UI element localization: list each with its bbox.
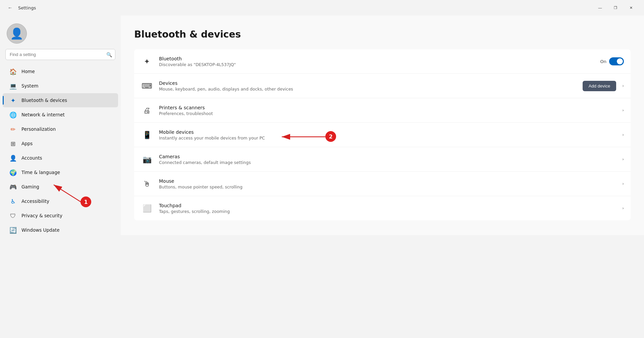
annotation-2: 2 [325, 131, 336, 142]
nav-icon-network: 🌐 [9, 111, 17, 118]
sidebar-nav: 🏠 Home 💻 System ✦ Bluetooth & devices 🌐 … [0, 64, 121, 237]
nav-label-accessibility: Accessibility [21, 199, 49, 204]
sidebar-item-apps[interactable]: ⊞ Apps [3, 136, 118, 151]
chevron-icon-touchpad: › [622, 206, 624, 211]
card-icon-devices: ⌨ [141, 80, 153, 92]
sidebar-item-system[interactable]: 💻 System [3, 79, 118, 93]
close-button[interactable]: ✕ [623, 2, 639, 13]
sidebar-item-bluetooth[interactable]: ✦ Bluetooth & devices [3, 93, 118, 107]
search-input[interactable] [5, 49, 115, 60]
card-title-mouse: Mouse [159, 178, 616, 184]
sidebar-item-time[interactable]: 🌍 Time & language [3, 165, 118, 179]
nav-label-time: Time & language [21, 170, 60, 175]
profile-section: 👤 [0, 15, 121, 49]
card-subtitle-devices: Mouse, keyboard, pen, audio, displays an… [159, 87, 577, 92]
card-subtitle-mobile: Instantly access your mobile devices fro… [159, 135, 616, 140]
nav-label-system: System [21, 83, 38, 89]
sidebar-item-accessibility[interactable]: ♿ Accessibility [3, 194, 118, 208]
search-box: 🔍 [5, 49, 115, 60]
nav-label-bluetooth: Bluetooth & devices [21, 98, 67, 103]
nav-label-update: Windows Update [21, 227, 59, 233]
nav-label-network: Network & internet [21, 112, 65, 117]
chevron-icon-mobile: › [622, 132, 624, 137]
annotation-1: 1 [80, 196, 91, 207]
nav-icon-personalization: ✏️ [9, 125, 17, 133]
nav-icon-privacy: 🛡 [9, 212, 17, 219]
card-icon-touchpad: ⬜ [141, 202, 153, 214]
main-container: 👤 🔍 🏠 Home 💻 System ✦ Bluetooth & device… [0, 15, 644, 338]
maximize-button[interactable]: ❐ [608, 2, 623, 13]
back-button[interactable]: ← [5, 3, 15, 12]
nav-icon-gaming: 🎮 [9, 183, 17, 190]
card-text-mobile: Mobile devices Instantly access your mob… [159, 129, 616, 140]
card-icon-mobile: 📱 [141, 129, 153, 141]
nav-icon-update: 🔄 [9, 226, 17, 234]
chevron-icon-mouse: › [622, 181, 624, 186]
page-title: Bluetooth & devices [134, 29, 631, 40]
sidebar-item-network[interactable]: 🌐 Network & internet [3, 108, 118, 122]
nav-icon-apps: ⊞ [9, 140, 17, 147]
card-title-devices: Devices [159, 80, 577, 86]
card-subtitle-touchpad: Taps, gestures, scrolling, zooming [159, 209, 616, 214]
search-icon: 🔍 [106, 52, 112, 57]
card-text-cameras: Cameras Connected cameras, default image… [159, 154, 616, 165]
avatar-icon: 👤 [10, 27, 23, 40]
card-item-cameras[interactable]: 📷 Cameras Connected cameras, default ima… [134, 147, 631, 172]
card-icon-bluetooth: ✦ [141, 55, 153, 67]
window-controls: — ❐ ✕ [592, 2, 639, 13]
card-text-bluetooth: Bluetooth Discoverable as "DESKTOP-4L537… [159, 56, 594, 67]
nav-label-privacy: Privacy & security [21, 213, 62, 218]
chevron-icon-devices: › [622, 83, 624, 88]
card-text-touchpad: Touchpad Taps, gestures, scrolling, zoom… [159, 203, 616, 214]
nav-icon-system: 💻 [9, 82, 17, 90]
nav-label-apps: Apps [21, 141, 33, 146]
sidebar: 👤 🔍 🏠 Home 💻 System ✦ Bluetooth & device… [0, 15, 121, 338]
nav-icon-bluetooth: ✦ [9, 97, 17, 104]
card-icon-cameras: 📷 [141, 153, 153, 165]
chevron-icon-cameras: › [622, 157, 624, 162]
card-item-mouse[interactable]: 🖱 Mouse Buttons, mouse pointer speed, sc… [134, 172, 631, 196]
card-icon-mouse: 🖱 [141, 178, 153, 190]
card-title-printers: Printers & scanners [159, 105, 616, 110]
toggle-label-bluetooth: On [600, 59, 606, 64]
card-subtitle-printers: Preferences, troubleshoot [159, 111, 616, 116]
card-item-bluetooth[interactable]: ✦ Bluetooth Discoverable as "DESKTOP-4L5… [134, 49, 631, 74]
nav-label-personalization: Personalization [21, 126, 56, 132]
content-area: Bluetooth & devices ✦ Bluetooth Discover… [121, 15, 644, 235]
card-title-mobile: Mobile devices [159, 129, 616, 135]
avatar: 👤 [7, 23, 27, 44]
nav-icon-accounts: 👤 [9, 154, 17, 162]
card-item-mobile[interactable]: 📱 Mobile devices Instantly access your m… [134, 123, 631, 147]
sidebar-item-home[interactable]: 🏠 Home [3, 64, 118, 78]
sidebar-item-privacy[interactable]: 🛡 Privacy & security [3, 209, 118, 223]
toggle-bluetooth[interactable] [609, 57, 624, 65]
sidebar-item-accounts[interactable]: 👤 Accounts [3, 151, 118, 165]
nav-icon-time: 🌍 [9, 169, 17, 176]
card-item-printers[interactable]: 🖨 Printers & scanners Preferences, troub… [134, 98, 631, 123]
card-item-touchpad[interactable]: ⬜ Touchpad Taps, gestures, scrolling, zo… [134, 196, 631, 220]
card-title-touchpad: Touchpad [159, 203, 616, 208]
nav-label-accounts: Accounts [21, 155, 42, 161]
nav-label-home: Home [21, 69, 35, 74]
card-title-bluetooth: Bluetooth [159, 56, 594, 61]
card-item-devices[interactable]: ⌨ Devices Mouse, keyboard, pen, audio, d… [134, 74, 631, 98]
sidebar-item-update[interactable]: 🔄 Windows Update [3, 223, 118, 237]
card-text-devices: Devices Mouse, keyboard, pen, audio, dis… [159, 80, 577, 92]
card-text-mouse: Mouse Buttons, mouse pointer speed, scro… [159, 178, 616, 189]
card-icon-printers: 🖨 [141, 104, 153, 116]
chevron-icon-printers: › [622, 108, 624, 113]
window-title: Settings [18, 5, 36, 10]
card-text-printers: Printers & scanners Preferences, trouble… [159, 105, 616, 116]
toggle-thumb-bluetooth [617, 58, 623, 64]
nav-icon-accessibility: ♿ [9, 198, 17, 205]
minimize-button[interactable]: — [592, 2, 608, 13]
add-device-button[interactable]: Add device [583, 81, 616, 91]
card-subtitle-mouse: Buttons, mouse pointer speed, scrolling [159, 184, 616, 189]
card-title-cameras: Cameras [159, 154, 616, 159]
toggle-container-bluetooth: On [600, 57, 624, 65]
nav-label-gaming: Gaming [21, 184, 39, 189]
sidebar-item-personalization[interactable]: ✏️ Personalization [3, 122, 118, 136]
card-subtitle-bluetooth: Discoverable as "DESKTOP-4L537JQ" [159, 62, 594, 67]
sidebar-item-gaming[interactable]: 🎮 Gaming [3, 180, 118, 194]
card-subtitle-cameras: Connected cameras, default image setting… [159, 160, 616, 165]
